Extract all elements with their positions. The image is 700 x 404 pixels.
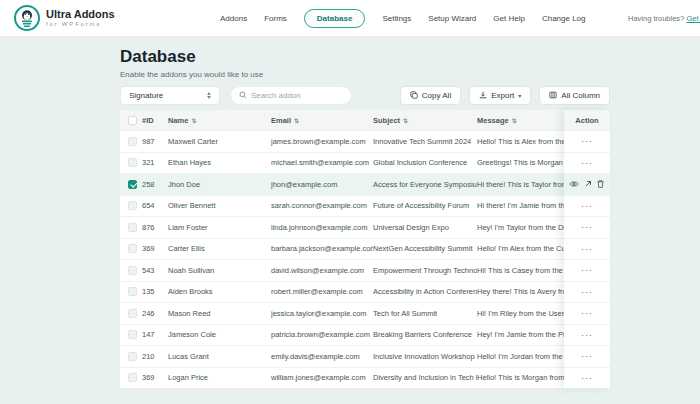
cell-subject: Inclusive Innovation Workshop bbox=[373, 352, 477, 361]
cell-email: emily.davis@example.com bbox=[271, 352, 373, 361]
cell-subject: Tech for All Summit bbox=[373, 309, 477, 318]
table-row[interactable]: 135 Aiden Brooks robert.miller@example.c… bbox=[120, 281, 610, 303]
row-checkbox[interactable] bbox=[128, 158, 137, 167]
nav-item[interactable]: Change Log bbox=[542, 14, 586, 23]
export-button[interactable]: Export ▾ bbox=[469, 86, 531, 105]
row-checkbox[interactable] bbox=[128, 352, 137, 361]
action-cell: ··· bbox=[564, 152, 610, 174]
nav-item[interactable]: Database bbox=[304, 9, 366, 28]
cell-subject: Universal Design Expo bbox=[373, 223, 477, 232]
more-actions-button[interactable]: ··· bbox=[581, 332, 593, 338]
all-column-button[interactable]: All Column bbox=[539, 86, 610, 105]
cell-id: 654 bbox=[142, 201, 168, 210]
more-actions-button[interactable]: ··· bbox=[581, 246, 593, 252]
database-table: #ID Name ⇅ Email ⇅ Subject ⇅ Message ⇅ 9… bbox=[120, 110, 610, 388]
cell-name: Oliver Bennett bbox=[168, 201, 271, 210]
cell-subject: NextGen Accessibility Summit bbox=[373, 244, 477, 253]
row-checkbox[interactable] bbox=[128, 244, 137, 253]
table-row[interactable]: 876 Liam Foster linda.johnson@example.co… bbox=[120, 216, 610, 238]
table-row[interactable]: 210 Lucas Grant emily.davis@example.com … bbox=[120, 345, 610, 367]
nav-item[interactable]: Get Help bbox=[493, 14, 525, 23]
table-row[interactable]: 369 Logan Price william.jones@example.co… bbox=[120, 367, 610, 389]
cell-id: 369 bbox=[142, 373, 168, 382]
cell-name: Aiden Brooks bbox=[168, 287, 271, 296]
action-cell: ··· bbox=[564, 195, 610, 217]
nav-item[interactable]: Forms bbox=[264, 14, 287, 23]
more-actions-button[interactable]: ··· bbox=[581, 203, 593, 209]
penguin-logo-icon bbox=[14, 5, 40, 31]
main-nav: Addons Forms Database Settings Setup Wiz… bbox=[220, 0, 586, 37]
more-actions-button[interactable]: ··· bbox=[581, 138, 593, 144]
nav-item[interactable]: Settings bbox=[382, 14, 411, 23]
nav-item[interactable]: Setup Wizard bbox=[428, 14, 476, 23]
action-cell: ··· bbox=[564, 324, 610, 346]
row-checkbox[interactable] bbox=[128, 287, 137, 296]
row-checkbox[interactable] bbox=[128, 373, 137, 382]
more-actions-button[interactable]: ··· bbox=[581, 160, 593, 166]
help-text: Having troubles? Get help bbox=[628, 14, 700, 23]
table-row[interactable]: 987 Maxwell Carter james.brown@example.c… bbox=[120, 130, 610, 152]
cell-email: patricia.brown@example.com bbox=[271, 330, 373, 339]
signature-filter-select[interactable]: Signature bbox=[120, 86, 220, 105]
more-actions-button[interactable]: ··· bbox=[581, 267, 593, 273]
more-actions-button[interactable]: ··· bbox=[581, 353, 593, 359]
table-row[interactable]: 147 Jameson Cole patricia.brown@example.… bbox=[120, 324, 610, 346]
cell-name: Lucas Grant bbox=[168, 352, 271, 361]
copy-all-label: Copy All bbox=[422, 91, 451, 100]
cell-email: william.jones@example.com bbox=[271, 373, 373, 382]
column-header-action: Action bbox=[564, 110, 610, 130]
having-troubles-label: Having troubles? bbox=[628, 14, 684, 23]
search-icon bbox=[239, 91, 247, 99]
cell-subject: Access for Everyone Symposium bbox=[373, 180, 477, 189]
more-actions-button[interactable]: ··· bbox=[581, 375, 593, 381]
view-eye-icon[interactable] bbox=[569, 179, 579, 189]
row-checkbox[interactable] bbox=[128, 266, 137, 275]
cell-name: Ethan Hayes bbox=[168, 158, 271, 167]
cell-email: linda.johnson@example.com bbox=[271, 223, 373, 232]
action-cells: ··· ··· ··· bbox=[564, 130, 610, 388]
cell-id: 210 bbox=[142, 352, 168, 361]
cell-id: 876 bbox=[142, 223, 168, 232]
row-checkbox[interactable] bbox=[128, 330, 137, 339]
more-actions-button[interactable]: ··· bbox=[581, 224, 593, 230]
more-actions-button[interactable]: ··· bbox=[581, 310, 593, 316]
cell-name: Noah Sullivan bbox=[168, 266, 271, 275]
row-checkbox[interactable] bbox=[128, 180, 137, 189]
download-icon bbox=[479, 91, 487, 99]
table-header-row: #ID Name ⇅ Email ⇅ Subject ⇅ Message ⇅ bbox=[120, 110, 610, 130]
search-input[interactable] bbox=[251, 91, 343, 100]
top-bar: Ultra Addons for WPForms Addons Forms Da… bbox=[0, 0, 700, 37]
copy-all-button[interactable]: Copy All bbox=[400, 86, 461, 105]
table-row[interactable]: 321 Ethan Hayes michael.smith@example.co… bbox=[120, 152, 610, 174]
cell-name: Liam Foster bbox=[168, 223, 271, 232]
table-toolbar: Signature Copy All Export ▾ bbox=[120, 85, 610, 105]
table-row[interactable]: 258 Jhon Doe jhon@example.com Access for… bbox=[120, 173, 610, 195]
cell-email: barbara.jackson@example.com bbox=[271, 244, 373, 253]
delete-trash-icon[interactable] bbox=[596, 179, 605, 189]
export-label: Export bbox=[491, 91, 514, 100]
row-checkbox[interactable] bbox=[128, 309, 137, 318]
table-row[interactable]: 246 Mason Reed jessica.taylor@example.co… bbox=[120, 302, 610, 324]
row-checkbox[interactable] bbox=[128, 201, 137, 210]
row-checkbox[interactable] bbox=[128, 137, 137, 146]
table-row[interactable]: 543 Noah Sullivan david.wilson@example.c… bbox=[120, 259, 610, 281]
cell-name: Jhon Doe bbox=[168, 180, 271, 189]
more-actions-button[interactable]: ··· bbox=[581, 289, 593, 295]
cell-name: Logan Price bbox=[168, 373, 271, 382]
open-external-icon[interactable] bbox=[583, 180, 592, 189]
get-help-link[interactable]: Get help bbox=[686, 14, 700, 23]
columns-icon bbox=[549, 91, 557, 99]
cell-email: sarah.connor@example.com bbox=[271, 201, 373, 210]
nav-item[interactable]: Addons bbox=[220, 14, 247, 23]
cell-id: 147 bbox=[142, 330, 168, 339]
cell-name: Mason Reed bbox=[168, 309, 271, 318]
table-body: 987 Maxwell Carter james.brown@example.c… bbox=[120, 130, 610, 388]
row-checkbox[interactable] bbox=[128, 223, 137, 232]
cell-email: james.brown@example.com bbox=[271, 137, 373, 146]
brand-subtitle: for WPForms bbox=[46, 20, 115, 28]
action-cell: ··· bbox=[564, 238, 610, 260]
all-column-label: All Column bbox=[561, 91, 600, 100]
table-row[interactable]: 654 Oliver Bennett sarah.connor@example.… bbox=[120, 195, 610, 217]
select-all-checkbox[interactable] bbox=[128, 116, 137, 125]
table-row[interactable]: 369 Carter Ellis barbara.jackson@example… bbox=[120, 238, 610, 260]
